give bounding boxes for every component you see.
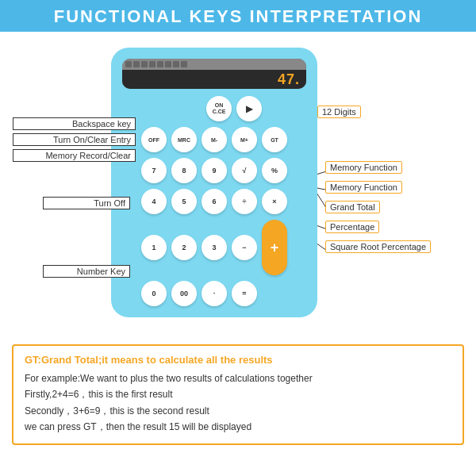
backspace-button[interactable]: ▶: [236, 96, 262, 121]
divide-button[interactable]: ÷: [232, 189, 257, 214]
button-0[interactable]: 0: [141, 281, 167, 306]
solar-cell: [141, 61, 148, 67]
multiply-button[interactable]: ×: [262, 189, 287, 214]
memory-record-label: Memory Record/Clear: [13, 149, 136, 162]
button-7[interactable]: 7: [141, 158, 167, 183]
minus-button[interactable]: −: [232, 235, 257, 260]
button-row-6: 0 00 · =: [122, 281, 306, 306]
button-5[interactable]: 5: [171, 189, 197, 214]
turn-on-clear-label: Turn On/Clear Entry: [13, 133, 136, 146]
gt-button[interactable]: GT: [262, 127, 287, 152]
info-title: GT:Grand Total;it means to calculate all…: [25, 354, 451, 366]
m-minus-button[interactable]: M-: [202, 127, 227, 152]
digits-12-label: 12 Digits: [317, 106, 361, 118]
solar-cells: [125, 61, 187, 67]
info-line-4: we can press GT，then the result 15 will …: [25, 419, 451, 435]
button-9[interactable]: 9: [202, 158, 227, 183]
solar-cell: [125, 61, 132, 67]
solar-panel: [122, 59, 306, 70]
button-6[interactable]: 6: [202, 189, 227, 214]
info-box: GT:Grand Total;it means to calculate all…: [12, 344, 464, 445]
page-title: FUNCTIONAL KEYS INTERPRETATION: [0, 6, 476, 27]
button-8[interactable]: 8: [171, 158, 197, 183]
on-clear-button[interactable]: ONC.CE: [206, 96, 232, 121]
memory-function2-label: Memory Function: [325, 181, 402, 194]
number-key-label: Number Key: [43, 265, 130, 278]
button-row-5: 1 2 3 − +: [122, 220, 306, 275]
button-1[interactable]: 1: [141, 235, 167, 260]
backspace-key-label: Backspace key: [13, 117, 136, 130]
solar-cell: [149, 61, 155, 67]
solar-cell: [173, 61, 179, 67]
turn-off-label: Turn Off: [43, 197, 130, 209]
button-00[interactable]: 00: [171, 281, 197, 306]
memory-function1-label: Memory Function: [325, 161, 402, 174]
button-row-1: ONC.CE ▶: [122, 96, 306, 121]
mrc-button[interactable]: MRC: [171, 127, 197, 152]
info-line-2: Firstly,2+4=6，this is the first result: [25, 386, 451, 402]
solar-cell: [181, 61, 187, 67]
plus-button[interactable]: +: [262, 220, 287, 275]
equals-button[interactable]: =: [232, 281, 257, 306]
display-screen: 47.: [122, 70, 306, 89]
grand-total-label: Grand Total: [325, 201, 380, 213]
calculator-section: 47. ONC.CE ▶ OFF MRC M- M+ GT 7 8: [0, 32, 476, 341]
square-root-label: Square Root Percentage: [325, 240, 431, 253]
percent-button[interactable]: %: [262, 158, 287, 183]
main-content: 47. ONC.CE ▶ OFF MRC M- M+ GT 7 8: [0, 32, 476, 445]
solar-cell: [157, 61, 163, 67]
solar-cell: [165, 61, 171, 67]
info-line-1: For example:We want to plus the two resu…: [25, 370, 451, 386]
info-line-3: Secondly，3+6=9，this is the second result: [25, 403, 451, 419]
calculator-body: 47. ONC.CE ▶ OFF MRC M- M+ GT 7 8: [111, 48, 317, 317]
solar-cell: [133, 61, 140, 67]
sqrt-button[interactable]: √: [232, 158, 257, 183]
calculator-display: 47.: [122, 59, 306, 89]
button-4[interactable]: 4: [141, 189, 167, 214]
info-lines: For example:We want to plus the two resu…: [25, 370, 451, 436]
button-row-3: 7 8 9 √ %: [122, 158, 306, 183]
off-button[interactable]: OFF: [141, 127, 167, 152]
button-row-4: 4 5 6 ÷ ×: [122, 189, 306, 214]
button-2[interactable]: 2: [171, 235, 197, 260]
m-plus-button[interactable]: M+: [232, 127, 257, 152]
button-3[interactable]: 3: [202, 235, 227, 260]
dot-button[interactable]: ·: [202, 281, 227, 306]
button-row-2: OFF MRC M- M+ GT: [122, 127, 306, 152]
percentage-label: Percentage: [325, 221, 379, 233]
header: FUNCTIONAL KEYS INTERPRETATION: [0, 0, 476, 32]
